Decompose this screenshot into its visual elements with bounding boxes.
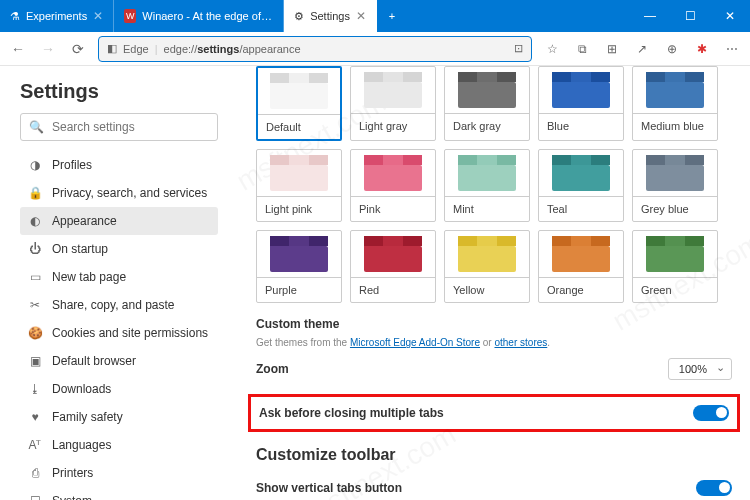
theme-label: Grey blue: [633, 196, 717, 221]
customize-toolbar-heading: Customize toolbar: [256, 446, 732, 464]
sidebar-item-label: Family safety: [52, 410, 123, 424]
nav-icon: ◐: [28, 214, 42, 228]
share-icon[interactable]: ↗: [632, 42, 652, 56]
theme-mint[interactable]: Mint: [444, 149, 530, 222]
theme-light-gray[interactable]: Light gray: [350, 66, 436, 141]
sidebar-item-downloads[interactable]: ⭳Downloads: [20, 375, 218, 403]
theme-label: Red: [351, 277, 435, 302]
theme-label: Light gray: [351, 113, 435, 138]
close-icon[interactable]: ✕: [93, 9, 103, 23]
nav-icon: 🍪: [28, 326, 42, 340]
sidebar-item-printers[interactable]: ⎙Printers: [20, 459, 218, 487]
theme-label: Light pink: [257, 196, 341, 221]
custom-theme-heading: Custom theme: [256, 317, 732, 331]
zoom-row: Zoom 100%: [256, 348, 732, 390]
nav-icon: ◑: [28, 158, 42, 172]
other-stores-link[interactable]: other stores: [494, 337, 547, 348]
tab-settings[interactable]: ⚙Settings✕: [284, 0, 377, 32]
close-window-button[interactable]: ✕: [710, 0, 750, 32]
extension-badge-icon[interactable]: ✱: [692, 42, 712, 56]
sidebar-item-label: System: [52, 494, 92, 500]
minimize-button[interactable]: —: [630, 0, 670, 32]
sidebar-item-on-startup[interactable]: ⏻On startup: [20, 235, 218, 263]
theme-grid: DefaultLight grayDark grayBlueMedium blu…: [256, 66, 732, 303]
theme-blue[interactable]: Blue: [538, 66, 624, 141]
theme-teal[interactable]: Teal: [538, 149, 624, 222]
theme-purple[interactable]: Purple: [256, 230, 342, 303]
addon-store-link[interactable]: Microsoft Edge Add-On Store: [350, 337, 480, 348]
close-icon[interactable]: ✕: [356, 9, 366, 23]
theme-label: Teal: [539, 196, 623, 221]
theme-label: Blue: [539, 113, 623, 138]
ask-before-closing-toggle[interactable]: [693, 405, 729, 421]
sidebar-item-appearance[interactable]: ◐Appearance: [20, 207, 218, 235]
new-tab-button[interactable]: +: [377, 0, 407, 32]
theme-yellow[interactable]: Yellow: [444, 230, 530, 303]
nav-icon: ♥: [28, 410, 42, 424]
site-icon: W: [124, 9, 136, 23]
menu-button[interactable]: ⋯: [722, 42, 742, 56]
page-title: Settings: [20, 80, 218, 103]
ask-before-closing-label: Ask before closing multiple tabs: [259, 406, 444, 420]
theme-label: Mint: [445, 196, 529, 221]
reader-icon[interactable]: ⊡: [514, 42, 523, 55]
search-icon: 🔍: [29, 120, 44, 134]
theme-label: Dark gray: [445, 113, 529, 138]
sidebar-item-cookies-and-site-permissions[interactable]: 🍪Cookies and site permissions: [20, 319, 218, 347]
tab-winaero[interactable]: WWinaero - At the edge of tweak: [114, 0, 284, 32]
sidebar-item-system[interactable]: ☐System: [20, 487, 218, 500]
nav-icon: ▣: [28, 354, 42, 368]
sidebar-item-label: Languages: [52, 438, 111, 452]
vertical-tabs-label: Show vertical tabs button: [256, 481, 402, 495]
custom-theme-hint: Get themes from the Microsoft Edge Add-O…: [256, 337, 732, 348]
sidebar-item-label: Appearance: [52, 214, 117, 228]
edge-icon: ◧: [107, 42, 117, 55]
back-button[interactable]: ←: [8, 41, 28, 57]
sidebar-item-privacy-search-and-services[interactable]: 🔒Privacy, search, and services: [20, 179, 218, 207]
maximize-button[interactable]: ☐: [670, 0, 710, 32]
search-input[interactable]: [52, 120, 209, 134]
theme-red[interactable]: Red: [350, 230, 436, 303]
theme-medium-blue[interactable]: Medium blue: [632, 66, 718, 141]
sidebar-item-label: Downloads: [52, 382, 111, 396]
theme-pink[interactable]: Pink: [350, 149, 436, 222]
sidebar-item-family-safety[interactable]: ♥Family safety: [20, 403, 218, 431]
sidebar-item-label: Privacy, search, and services: [52, 186, 207, 200]
sidebar-item-languages[interactable]: AᵀLanguages: [20, 431, 218, 459]
search-settings[interactable]: 🔍: [20, 113, 218, 141]
nav-icon: 🔒: [28, 186, 42, 200]
nav-icon: ☐: [28, 494, 42, 500]
sidebar-item-share-copy-and-paste[interactable]: ✂Share, copy, and paste: [20, 291, 218, 319]
tab-experiments[interactable]: ⚗Experiments✕: [0, 0, 114, 32]
sidebar-item-label: Default browser: [52, 354, 136, 368]
settings-main: msftnext.com msftnext.com msftnext.com D…: [238, 66, 750, 500]
vertical-tabs-toggle[interactable]: [696, 480, 732, 496]
theme-label: Purple: [257, 277, 341, 302]
refresh-button[interactable]: ⟳: [68, 41, 88, 57]
browser-tab-strip: ⚗Experiments✕ WWinaero - At the edge of …: [0, 0, 750, 32]
theme-label: Green: [633, 277, 717, 302]
favorites-icon[interactable]: ☆: [542, 42, 562, 56]
nav-icon: ⏻: [28, 242, 42, 256]
theme-green[interactable]: Green: [632, 230, 718, 303]
flask-icon: ⚗: [10, 10, 20, 23]
sidebar-item-default-browser[interactable]: ▣Default browser: [20, 347, 218, 375]
nav-icon: ▭: [28, 270, 42, 284]
sidebar-item-label: Cookies and site permissions: [52, 326, 208, 340]
theme-default[interactable]: Default: [256, 66, 342, 141]
theme-dark-gray[interactable]: Dark gray: [444, 66, 530, 141]
gear-icon: ⚙: [294, 10, 304, 23]
collections-icon[interactable]: ⧉: [572, 42, 592, 56]
nav-icon: Aᵀ: [28, 438, 42, 452]
address-bar[interactable]: ◧ Edge| edge://settings/appearance ⊡: [98, 36, 532, 62]
theme-light-pink[interactable]: Light pink: [256, 149, 342, 222]
screenshot-icon[interactable]: ⊞: [602, 42, 622, 56]
sidebar-item-profiles[interactable]: ◑Profiles: [20, 151, 218, 179]
zoom-label: Zoom: [256, 362, 289, 376]
forward-button: →: [38, 41, 58, 57]
theme-grey-blue[interactable]: Grey blue: [632, 149, 718, 222]
extensions-icon[interactable]: ⊕: [662, 42, 682, 56]
sidebar-item-new-tab-page[interactable]: ▭New tab page: [20, 263, 218, 291]
theme-orange[interactable]: Orange: [538, 230, 624, 303]
zoom-select[interactable]: 100%: [668, 358, 732, 380]
